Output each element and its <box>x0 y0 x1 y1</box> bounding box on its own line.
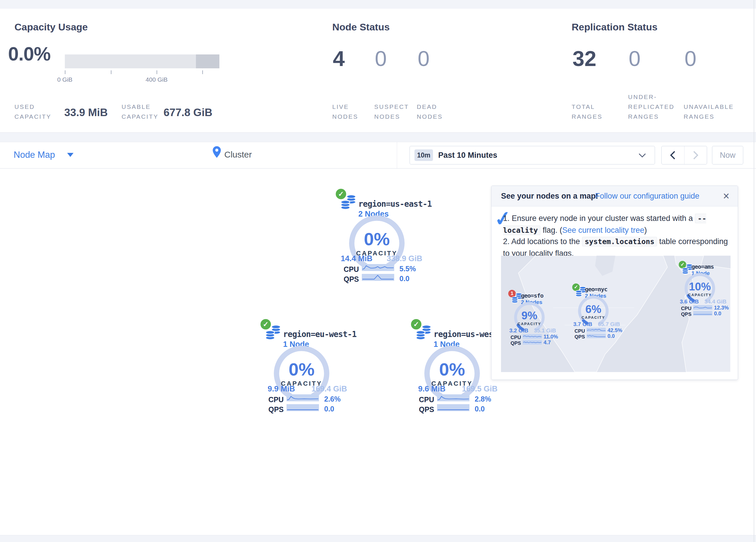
time-range-selector[interactable]: 10m Past 10 Minutes <box>410 146 655 164</box>
cpu-sparkline <box>523 334 542 339</box>
axis-label-400: 400 GiB <box>146 76 168 83</box>
cpu-sparkline <box>362 264 394 271</box>
total-capacity: 34.4 GiB <box>702 299 729 305</box>
region-name: geo=nyc <box>585 286 607 293</box>
popup-title: See your nodes on a map! <box>501 192 598 201</box>
used-capacity: 9.9 MiB <box>261 385 302 394</box>
chevron-right-icon <box>693 151 699 159</box>
capacity-usage-bar <box>65 54 219 68</box>
capacity-percent: 10% <box>684 281 716 293</box>
region-name: geo=ams <box>691 263 714 270</box>
used-capacity: 3.2 GiB <box>507 328 531 334</box>
region-name: geo=sfo <box>521 292 543 299</box>
view-toolbar: Node Map Cluster 10m Past 10 Minutes Now <box>0 142 756 168</box>
used-capacity: 3.6 GiB <box>677 299 702 305</box>
cpu-label: CPU <box>510 335 521 341</box>
cluster-summary-panel: Capacity Usage 0.0% 0 GiB 400 GiB USED C… <box>0 9 756 133</box>
view-mode-dropdown[interactable]: Node Map <box>14 150 74 160</box>
step-text: Ensure every node in your cluster was st… <box>512 214 695 223</box>
cpu-value: 11.0% <box>544 334 558 340</box>
now-button[interactable]: Now <box>712 146 743 164</box>
region-card-us-east-1[interactable]: ✓ region=us-east-1 2 Nodes 0% CAPACITY 1… <box>333 185 466 295</box>
qps-value: 0.0 <box>399 275 410 283</box>
time-range-badge: 10m <box>414 149 433 161</box>
capacity-percent: 0% <box>273 359 331 380</box>
time-forward-button[interactable] <box>685 146 707 164</box>
cpu-sparkline <box>587 328 606 333</box>
configuration-guide-link[interactable]: Follow our configuration guide <box>595 192 699 201</box>
axis-label-0: 0 GiB <box>57 76 73 83</box>
node-status-title: Node Status <box>332 21 390 33</box>
capacity-usage-bar-reserved <box>196 54 219 68</box>
usable-capacity-label: USABLE CAPACITY <box>122 102 168 122</box>
capacity-usage-title: Capacity Usage <box>14 21 88 33</box>
time-nav-group <box>661 146 707 164</box>
qps-sparkline <box>362 274 394 281</box>
used-capacity-value: 33.9 MiB <box>64 106 108 119</box>
cpu-label: CPU <box>574 328 585 334</box>
axis-tick <box>111 70 111 74</box>
qps-label: QPS <box>510 341 521 346</box>
capacity-label: CAPACITY <box>577 315 609 320</box>
cpu-value: 2.8% <box>475 395 491 403</box>
dead-nodes-label: DEAD NODES <box>417 102 449 122</box>
cpu-value: 12.3% <box>714 305 729 311</box>
capacity-label: CAPACITY <box>513 322 545 326</box>
qps-value: 4.7 <box>544 340 551 346</box>
chevron-down-icon <box>638 153 646 158</box>
cpu-label: CPU <box>266 396 284 404</box>
cpu-label: CPU <box>417 396 434 404</box>
toolbar-divider <box>397 142 397 169</box>
database-icon <box>266 325 281 340</box>
replication-status-title: Replication Status <box>572 21 658 33</box>
cpu-value: 42.5% <box>608 328 622 334</box>
used-capacity: 3.7 GiB <box>570 321 595 328</box>
map-pin-icon <box>213 146 221 158</box>
region-name: region=eu-west-1 <box>283 330 357 339</box>
cpu-sparkline <box>287 394 319 401</box>
map-node-geo-nyc[interactable]: ✓ geo=nyc 2 Nodes 6% CAPACITY 3.7 GiB 65… <box>572 284 633 346</box>
view-mode-label: Node Map <box>14 150 55 160</box>
qps-value: 0.0 <box>714 311 721 317</box>
qps-sparkline <box>287 404 319 411</box>
step-text: flag. ( <box>540 226 562 234</box>
capacity-usage-percent: 0.0% <box>8 43 50 65</box>
map-node-geo-ams[interactable]: ✓ geo=ams 1 Node 10% CAPACITY 3.6 GiB 34… <box>679 261 731 323</box>
total-capacity: 35.1 GiB <box>532 328 558 334</box>
qps-label: QPS <box>574 334 585 340</box>
qps-label: QPS <box>680 312 691 317</box>
qps-value: 0.0 <box>608 333 615 339</box>
cpu-sparkline <box>437 394 469 401</box>
region-card-eu-west-1[interactable]: ✓ region=eu-west-1 1 Node 0% CAPACITY 9.… <box>258 316 391 426</box>
chevron-down-icon <box>67 153 74 157</box>
axis-tick <box>202 70 203 74</box>
time-range-label: Past 10 Minutes <box>438 151 497 160</box>
total-capacity: 338.9 GiB <box>383 254 425 263</box>
capacity-label: CAPACITY <box>684 293 716 297</box>
axis-tick <box>65 70 65 74</box>
step-number: 2. <box>503 237 510 246</box>
used-capacity: 9.6 MiB <box>412 385 452 394</box>
close-icon[interactable]: × <box>723 192 729 200</box>
popup-header: See your nodes on a map! Follow our conf… <box>491 186 738 206</box>
unavailable-value: 0 <box>685 46 696 71</box>
cpu-value: 5.5% <box>399 264 416 273</box>
cpu-value: 2.6% <box>324 395 341 403</box>
qps-sparkline <box>693 311 712 316</box>
suspect-nodes-value: 0 <box>375 46 387 71</box>
region-name: region=us-east-1 <box>358 199 432 209</box>
axis-tick <box>157 70 157 74</box>
time-back-button[interactable] <box>662 146 685 164</box>
suspect-nodes-label: SUSPECT NODES <box>374 102 412 122</box>
step-text: ) <box>644 226 647 234</box>
setup-step-1: 1. Ensure every node in your cluster was… <box>503 212 732 236</box>
step-number: 1. <box>503 214 510 223</box>
breadcrumb: Cluster <box>224 150 252 159</box>
map-node-geo-sfo[interactable]: 1 geo=sfo 2 Nodes 9% CAPACITY 3.2 GiB 35… <box>508 290 569 352</box>
window-right-edge <box>754 0 754 542</box>
cpu-label: CPU <box>680 306 691 312</box>
total-capacity: 169.5 GiB <box>459 385 501 394</box>
live-nodes-label: LIVE NODES <box>332 102 364 122</box>
locality-tree-link[interactable]: See current locality tree <box>562 226 644 234</box>
total-capacity: 65.7 GiB <box>596 321 622 328</box>
